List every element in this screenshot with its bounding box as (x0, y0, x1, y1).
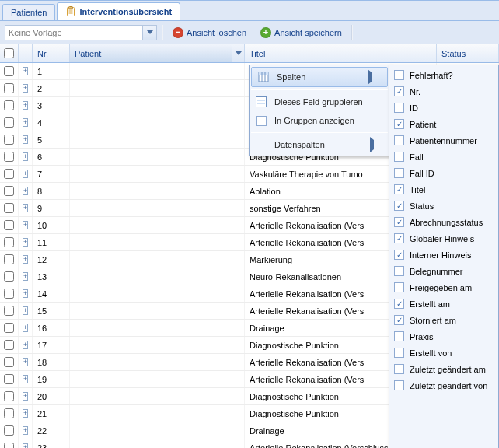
expand-icon[interactable]: + (23, 375, 28, 383)
column-toggle[interactable]: Globaler Hinweis (389, 230, 498, 247)
header-nr[interactable]: Nr. (33, 44, 70, 62)
row-checkbox[interactable] (4, 169, 14, 179)
header-menu-trigger[interactable] (232, 44, 244, 62)
column-toggle[interactable]: Zuletzt geändert von (389, 377, 498, 394)
column-toggle[interactable]: Erstellt von (389, 345, 498, 361)
row-checkbox-cell (0, 320, 19, 336)
row-checkbox[interactable] (4, 186, 14, 196)
row-checkbox[interactable] (4, 117, 14, 128)
expand-icon[interactable]: + (23, 443, 28, 448)
template-dropdown-button[interactable] (143, 25, 157, 40)
expand-icon[interactable]: + (23, 187, 28, 195)
header-status[interactable]: Status (437, 44, 499, 62)
column-toggle[interactable]: Titel (389, 181, 498, 198)
template-input[interactable] (5, 25, 143, 40)
column-toggle[interactable]: Freigegeben am (389, 279, 498, 296)
menu-columns[interactable]: Spalten (251, 67, 388, 87)
menu-group-by[interactable]: Dieses Feld gruppieren (250, 93, 389, 111)
save-view-button[interactable]: + Ansicht speichern (256, 26, 347, 40)
column-toggle[interactable]: Erstellt am (389, 296, 498, 312)
column-toggle[interactable]: Storniert am (389, 312, 498, 328)
expand-icon[interactable]: + (23, 204, 28, 212)
row-checkbox-cell (0, 388, 19, 404)
row-checkbox[interactable] (4, 374, 14, 384)
svg-rect-11 (257, 103, 265, 104)
expand-icon[interactable]: + (23, 67, 28, 75)
checkbox-icon (394, 70, 404, 80)
row-checkbox[interactable] (4, 391, 14, 401)
tab-overview[interactable]: Interventionsübersicht (57, 2, 180, 20)
row-checkbox-cell (0, 337, 19, 353)
column-toggle[interactable]: Patientennummer (389, 132, 498, 149)
row-expander-cell: + (19, 149, 33, 165)
expand-icon[interactable]: + (23, 255, 28, 264)
expand-icon[interactable]: + (23, 392, 28, 401)
row-checkbox[interactable] (4, 237, 14, 247)
expand-icon[interactable]: + (23, 289, 28, 298)
expand-icon[interactable]: + (23, 272, 28, 281)
row-checkbox[interactable] (4, 323, 14, 333)
chevron-down-icon (147, 30, 153, 34)
row-checkbox[interactable] (4, 425, 14, 436)
expand-icon[interactable]: + (23, 170, 28, 178)
row-checkbox[interactable] (4, 152, 14, 162)
expand-icon[interactable]: + (23, 426, 28, 435)
tab-patients[interactable]: Patienten (2, 4, 55, 20)
row-checkbox[interactable] (4, 203, 14, 213)
expand-icon[interactable]: + (23, 152, 28, 161)
column-toggle[interactable]: Interner Hinweis (389, 247, 498, 263)
template-combobox[interactable] (5, 25, 157, 40)
expand-icon[interactable]: + (23, 221, 28, 229)
column-toggle[interactable]: Belegnummer (389, 263, 498, 279)
column-toggle[interactable]: Fall (389, 149, 498, 165)
row-checkbox[interactable] (4, 289, 14, 299)
column-toggle[interactable]: Zuletzt geändert am (389, 361, 498, 377)
row-expander-cell: + (19, 217, 33, 233)
expand-icon[interactable]: + (23, 409, 28, 418)
column-toggle[interactable]: Praxis (389, 328, 498, 345)
expand-icon[interactable]: + (23, 135, 28, 144)
column-toggle[interactable]: Nr. (389, 83, 498, 100)
column-toggle[interactable]: Fehlerhaft? (389, 67, 498, 83)
column-toggle-label: Globaler Hinweis (410, 234, 474, 243)
header-patient[interactable]: Patient (70, 44, 245, 62)
menu-separator (251, 89, 388, 90)
select-all-checkbox[interactable] (4, 48, 14, 58)
expand-icon[interactable]: + (23, 324, 28, 332)
expand-icon[interactable]: + (23, 118, 28, 127)
column-toggle[interactable]: Fall ID (389, 165, 498, 181)
expand-icon[interactable]: + (23, 306, 28, 315)
expand-icon[interactable]: + (23, 238, 28, 247)
row-checkbox[interactable] (4, 100, 14, 110)
checkbox-icon (394, 331, 404, 341)
checkbox-icon (394, 348, 404, 358)
column-toggle[interactable]: ID (389, 100, 498, 116)
expand-icon[interactable]: + (23, 358, 28, 366)
row-checkbox[interactable] (4, 66, 14, 76)
expand-icon[interactable]: + (23, 341, 28, 349)
column-toggle[interactable]: Abrechnungsstatus (389, 214, 498, 230)
row-checkbox[interactable] (4, 83, 14, 93)
row-checkbox[interactable] (4, 135, 14, 145)
row-checkbox[interactable] (4, 306, 14, 316)
column-toggle[interactable]: Patient (389, 116, 498, 132)
delete-view-button[interactable]: − Ansicht löschen (168, 26, 251, 40)
row-checkbox[interactable] (4, 443, 14, 448)
column-chooser-menu: Fehlerhaft?Nr.IDPatientPatientennummerFa… (389, 65, 499, 448)
column-toggle-label: Fall (410, 152, 424, 162)
row-checkbox[interactable] (4, 254, 14, 264)
row-expander-cell: + (19, 371, 33, 387)
row-checkbox[interactable] (4, 408, 14, 418)
menu-show-groups[interactable]: In Gruppen anzeigen (250, 111, 389, 130)
header-checkbox-column[interactable] (0, 44, 19, 62)
row-checkbox[interactable] (4, 220, 14, 230)
menu-data-columns[interactable]: Datenspalten (250, 135, 389, 154)
row-checkbox[interactable] (4, 340, 14, 350)
expand-icon[interactable]: + (23, 101, 28, 110)
checkbox-icon (394, 364, 404, 374)
expand-icon[interactable]: + (23, 84, 28, 93)
row-checkbox[interactable] (4, 357, 14, 367)
header-titel[interactable]: Titel (245, 44, 437, 62)
row-checkbox[interactable] (4, 271, 14, 282)
column-toggle[interactable]: Status (389, 198, 498, 214)
